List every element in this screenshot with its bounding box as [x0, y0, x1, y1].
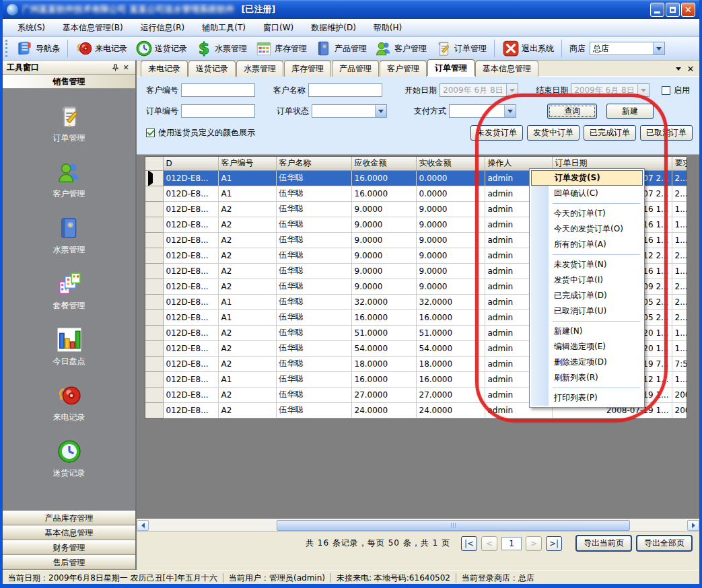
page-number-input[interactable]: [501, 537, 522, 550]
sidebar-group-sales[interactable]: 销售管理: [3, 75, 135, 89]
menu-item-1[interactable]: 基本信息管理(B): [55, 20, 131, 36]
enable-checkbox[interactable]: [662, 86, 670, 95]
maximize-button[interactable]: [666, 3, 680, 17]
query-button[interactable]: 查询: [547, 104, 597, 119]
cell-r13-c2[interactable]: 伍华聪: [276, 371, 351, 387]
customer-name-input[interactable]: [308, 83, 382, 97]
cell-r14-c0[interactable]: 012D-E8...: [163, 387, 218, 402]
cell-r4-c2[interactable]: 伍华聪: [276, 232, 351, 248]
cell-r10-c7[interactable]: 1...: [672, 325, 687, 340]
sidebar-item-水票管理[interactable]: 水票管理: [29, 215, 110, 256]
tab-基本信息管理[interactable]: 基本信息管理: [475, 61, 538, 77]
cell-r8-c0[interactable]: 012D-E8...: [163, 294, 218, 309]
column-header-1[interactable]: 客户编号: [218, 157, 276, 170]
menu-item-2[interactable]: 运行信息(R): [133, 20, 193, 36]
cell-r8-c2[interactable]: 伍华聪: [276, 294, 351, 309]
toolbar-button-6[interactable]: 客户管理: [371, 38, 431, 59]
cell-r0-c0[interactable]: 012D-E8...: [163, 170, 218, 186]
column-header-4[interactable]: 实收金额: [416, 157, 485, 170]
pin-icon[interactable]: [110, 63, 120, 73]
toolbar-grip[interactable]: [5, 40, 9, 57]
row-marker-cell[interactable]: [145, 294, 163, 309]
order-status-select[interactable]: [312, 104, 387, 118]
start-date-dropdown-icon[interactable]: [506, 84, 518, 96]
end-date-dropdown-icon[interactable]: [637, 84, 649, 96]
cell-r10-c2[interactable]: 伍华聪: [276, 325, 351, 340]
cell-r3-c0[interactable]: 012D-E8...: [163, 217, 218, 232]
cell-r0-c7[interactable]: 2...: [672, 170, 687, 186]
status-filter-button-0[interactable]: 未发货订单: [470, 125, 523, 141]
cell-r7-c4[interactable]: 9.0000: [416, 279, 485, 294]
cell-r14-c7[interactable]: 2008-07-19 1...: [672, 387, 687, 402]
cell-r2-c2[interactable]: 伍华聪: [276, 201, 351, 217]
cell-r5-c3[interactable]: 9.0000: [351, 248, 416, 263]
context-menu-item-1[interactable]: 回单确认(C): [531, 186, 643, 201]
row-marker-cell[interactable]: [145, 263, 163, 279]
cell-r1-c2[interactable]: 伍华聪: [276, 186, 351, 201]
tab-水票管理[interactable]: 水票管理: [236, 61, 283, 77]
cell-r11-c3[interactable]: 54.0000: [351, 340, 416, 356]
cell-r15-c3[interactable]: 24.0000: [351, 402, 416, 418]
toolbar-button-4[interactable]: 库存管理: [251, 38, 311, 59]
shop-dropdown-icon[interactable]: [653, 42, 664, 54]
toolbar-button-0[interactable]: 导航条: [12, 38, 64, 59]
sidebar-item-今日盘点[interactable]: 今日盘点: [29, 327, 110, 367]
cell-r12-c7[interactable]: 7:59: [672, 356, 687, 371]
pay-method-select[interactable]: [449, 104, 516, 118]
cell-r2-c0[interactable]: 012D-E8...: [163, 201, 218, 217]
sidebar-item-套餐管理[interactable]: 套餐管理: [29, 271, 110, 311]
cell-r1-c4[interactable]: 0.0000: [416, 186, 485, 201]
cell-r7-c3[interactable]: 9.0000: [351, 279, 416, 294]
cell-r10-c1[interactable]: A2: [218, 325, 276, 340]
cell-r0-c2[interactable]: 伍华聪: [276, 170, 351, 186]
cell-r13-c4[interactable]: 16.0000: [416, 371, 485, 387]
cell-r5-c4[interactable]: 9.0000: [416, 248, 485, 263]
cell-r15-c2[interactable]: 伍华聪: [276, 402, 351, 418]
customer-no-input[interactable]: [181, 83, 255, 97]
cell-r14-c3[interactable]: 27.0000: [351, 387, 416, 402]
cell-r1-c3[interactable]: 16.0000: [351, 186, 416, 201]
tab-订单管理[interactable]: 订单管理: [427, 59, 475, 76]
cell-r10-c0[interactable]: 012D-E8...: [163, 325, 218, 340]
cell-r15-c4[interactable]: 24.0000: [416, 402, 485, 418]
shop-select[interactable]: 总店: [590, 42, 665, 55]
context-menu-item-4[interactable]: 所有的订单(A): [531, 237, 643, 252]
cell-r15-c0[interactable]: 012D-E8...: [163, 402, 218, 418]
context-menu-item-8[interactable]: 已取消订单(U): [531, 303, 643, 319]
context-menu-item-5[interactable]: 未发货订单(N): [531, 257, 643, 272]
toolbar-button-2[interactable]: 送货记录: [131, 38, 191, 59]
context-menu-item-10[interactable]: 编辑选定项(E): [531, 339, 643, 355]
cell-r9-c0[interactable]: 012D-E8...: [163, 309, 218, 325]
context-menu-item-2[interactable]: 今天的订单(T): [531, 206, 643, 221]
cell-r11-c1[interactable]: A2: [218, 340, 276, 356]
row-marker-cell[interactable]: [145, 387, 163, 402]
cell-r1-c1[interactable]: A1: [218, 186, 276, 201]
row-marker-cell[interactable]: [145, 340, 163, 356]
menu-item-4[interactable]: 窗口(W): [255, 20, 302, 36]
cell-r5-c7[interactable]: 2...: [672, 248, 687, 263]
context-menu-item-12[interactable]: 刷新列表(R): [531, 370, 643, 385]
sidebar-group-产品库存管理[interactable]: 产品库存管理: [3, 511, 135, 525]
sidebar-group-财务管理[interactable]: 财务管理: [3, 540, 135, 555]
cell-r12-c0[interactable]: 012D-E8...: [163, 356, 218, 371]
cell-r7-c7[interactable]: 2...: [672, 279, 687, 294]
context-menu-item-6[interactable]: 发货中订单(I): [531, 272, 643, 288]
context-menu-item-7[interactable]: 已完成订单(D): [531, 288, 643, 303]
row-marker-cell[interactable]: [145, 201, 163, 217]
column-header-3[interactable]: 应收金额: [351, 157, 416, 170]
context-menu-item-0[interactable]: 订单发货(S): [531, 170, 643, 186]
cell-r1-c0[interactable]: 012D-E8...: [163, 186, 218, 201]
cell-r3-c4[interactable]: 9.0000: [416, 217, 485, 232]
status-filter-button-2[interactable]: 已完成订单: [584, 125, 636, 141]
cell-r6-c3[interactable]: 9.0000: [351, 263, 416, 279]
end-date-picker[interactable]: 2009年 6月 8日: [571, 83, 649, 97]
tool-window-close-icon[interactable]: ✕: [120, 63, 131, 73]
status-filter-button-3[interactable]: 已取消订单: [640, 125, 693, 141]
context-menu-item-9[interactable]: 新建(N): [531, 324, 643, 339]
cell-r8-c1[interactable]: A1: [218, 294, 276, 309]
column-header-7[interactable]: 要求到货日期: [672, 157, 687, 170]
cell-r10-c3[interactable]: 51.0000: [351, 325, 416, 340]
cell-r11-c0[interactable]: 012D-E8...: [163, 340, 218, 356]
row-marker-cell[interactable]: [145, 325, 163, 340]
toolbar-button-3[interactable]: $水票管理: [191, 38, 251, 59]
